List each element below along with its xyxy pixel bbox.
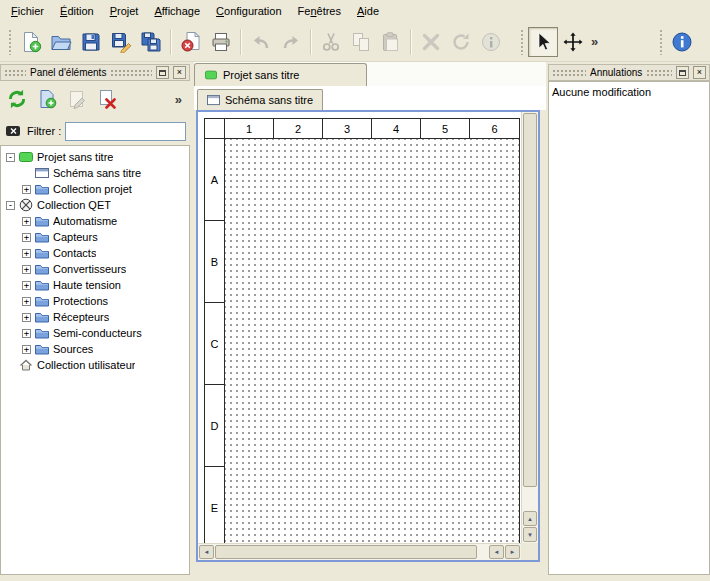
menu-label-part: rojet	[117, 5, 138, 17]
print-button[interactable]	[206, 27, 236, 57]
panel-toolbar-overflow-chevron[interactable]: »	[172, 92, 185, 107]
delete-element-button[interactable]	[93, 86, 120, 113]
undo-button[interactable]	[246, 27, 276, 57]
expand-icon[interactable]: +	[22, 329, 31, 338]
expand-icon[interactable]: +	[22, 217, 31, 226]
tree-item-capteurs[interactable]: + Capteurs	[1, 229, 189, 245]
tree-item-protections[interactable]: + Protections	[1, 293, 189, 309]
cut-button[interactable]	[316, 27, 346, 57]
column-header: 6	[470, 119, 519, 139]
undo-panel: Annulations × Aucune modification	[548, 64, 710, 575]
close-panel-button[interactable]: ×	[693, 66, 706, 79]
open-file-button[interactable]	[46, 27, 76, 57]
new-file-button[interactable]	[16, 27, 46, 57]
scroll-down-button[interactable]: ▼	[523, 527, 537, 542]
undo-panel-titlebar[interactable]: Annulations ×	[548, 64, 710, 81]
vertical-scrollbar[interactable]: ▲ ▼	[521, 112, 538, 543]
tree-item-label: Schéma sans titre	[53, 167, 141, 179]
help-button[interactable]	[667, 27, 697, 57]
menu-projet[interactable]: Projet	[102, 2, 147, 20]
tree-item-collection-projet[interactable]: + Collection projet	[1, 181, 189, 197]
menu-label-accel: P	[110, 5, 117, 17]
collapse-icon[interactable]: -	[6, 201, 15, 210]
project-icon	[205, 69, 217, 81]
tree-item-diagram[interactable]: Schéma sans titre	[1, 165, 189, 181]
menu-fenetres[interactable]: Fenêtres	[290, 2, 349, 20]
diagram-viewport[interactable]: 1 2 3 4 5 6 A B C D E	[198, 112, 521, 543]
toolbar-grip[interactable]	[8, 29, 13, 55]
expand-icon[interactable]: +	[22, 265, 31, 274]
tab-diagram[interactable]: Schéma sans titre	[197, 89, 323, 110]
float-panel-button[interactable]	[156, 66, 169, 79]
dock-grip[interactable]	[646, 69, 672, 77]
tree-item-automatisme[interactable]: + Automatisme	[1, 213, 189, 229]
pointer-icon	[532, 31, 554, 53]
undo-list-item[interactable]: Aucune modification	[552, 84, 706, 100]
delete-button[interactable]	[416, 27, 446, 57]
menu-configuration[interactable]: Configuration	[208, 2, 289, 20]
tree-item-collection-qet[interactable]: - Collection QET	[1, 197, 189, 213]
scroll-left-button[interactable]: ◄	[199, 545, 214, 559]
select-mode-button[interactable]	[528, 27, 558, 57]
scroll-left-button-2[interactable]: ◄	[489, 545, 504, 559]
expand-icon[interactable]: +	[22, 185, 31, 194]
expand-icon[interactable]: +	[22, 313, 31, 322]
scroll-right-button[interactable]: ►	[505, 545, 520, 559]
horizontal-scrollbar[interactable]: ◄ ◄ ►	[198, 543, 521, 560]
elements-panel-titlebar[interactable]: Panel d'éléments ×	[0, 64, 190, 81]
scroll-up-button[interactable]: ▲	[523, 511, 537, 526]
clear-filter-button[interactable]	[3, 121, 23, 141]
expand-icon[interactable]: +	[22, 345, 31, 354]
tab-project[interactable]: Projet sans titre	[194, 63, 367, 86]
toolbar-grip[interactable]	[520, 29, 525, 55]
save-button[interactable]	[76, 27, 106, 57]
tree-item-haute-tension[interactable]: + Haute tension	[1, 277, 189, 293]
new-element-button[interactable]	[33, 86, 60, 113]
menu-fichier[interactable]: Fichier	[3, 2, 52, 20]
dock-grip[interactable]	[552, 69, 586, 77]
tree-item-collection-utilisateur[interactable]: Collection utilisateur	[1, 357, 189, 373]
conductor-info-button[interactable]	[476, 27, 506, 57]
tree-item-label: Sources	[53, 343, 93, 355]
menu-label-accel: F	[11, 5, 18, 17]
paste-button[interactable]	[376, 27, 406, 57]
save-all-button[interactable]	[136, 27, 166, 57]
close-panel-button[interactable]: ×	[173, 66, 186, 79]
horizontal-scrollbar-thumb[interactable]	[215, 545, 477, 559]
menu-edition[interactable]: Édition	[52, 2, 102, 20]
toolbar-overflow-chevron[interactable]: »	[588, 34, 601, 49]
save-as-button[interactable]	[106, 27, 136, 57]
expand-icon[interactable]: +	[22, 233, 31, 242]
rotate-button[interactable]	[446, 27, 476, 57]
tree-item-contacts[interactable]: + Contacts	[1, 245, 189, 261]
dock-grip[interactable]	[4, 69, 26, 77]
edit-element-button[interactable]	[63, 86, 90, 113]
project-tab-bar: Projet sans titre	[194, 62, 546, 86]
toolbar-grip[interactable]	[659, 29, 664, 55]
collapse-icon[interactable]: -	[6, 153, 15, 162]
scrollbar-corner	[521, 543, 538, 560]
tree-item-semi-conducteurs[interactable]: + Semi-conducteurs	[1, 325, 189, 341]
redo-button[interactable]	[276, 27, 306, 57]
dock-grip[interactable]	[110, 69, 152, 77]
expand-icon[interactable]: +	[22, 281, 31, 290]
menu-affichage[interactable]: Affichage	[146, 2, 208, 20]
expand-icon[interactable]: +	[22, 249, 31, 258]
main-toolbar: »	[0, 22, 710, 62]
folder-icon	[35, 182, 49, 196]
folder-icon	[35, 294, 49, 308]
tree-item-convertisseurs[interactable]: + Convertisseurs	[1, 261, 189, 277]
expand-icon[interactable]: +	[22, 297, 31, 306]
filter-input[interactable]	[65, 122, 186, 141]
menu-aide[interactable]: Aide	[349, 2, 387, 20]
scroll-mode-button[interactable]	[558, 27, 588, 57]
float-panel-button[interactable]	[676, 66, 689, 79]
tree-item-sources[interactable]: + Sources	[1, 341, 189, 357]
copy-button[interactable]	[346, 27, 376, 57]
tree-item-recepteurs[interactable]: + Récepteurs	[1, 309, 189, 325]
tree-item-project[interactable]: - Projet sans titre	[1, 149, 189, 165]
vertical-scrollbar-thumb[interactable]	[523, 113, 537, 487]
close-file-button[interactable]	[176, 27, 206, 57]
reload-collections-button[interactable]	[3, 86, 30, 113]
diagram-grid-canvas[interactable]	[225, 139, 519, 543]
